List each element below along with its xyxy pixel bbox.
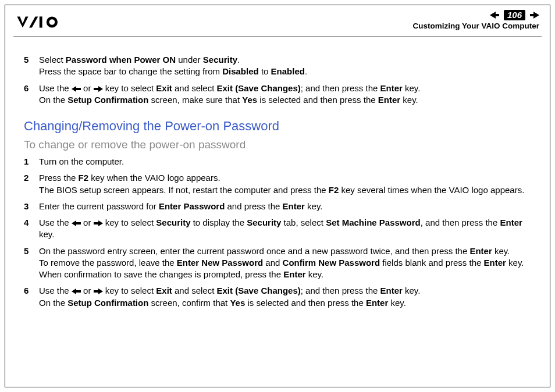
- step-number: 6: [24, 285, 39, 297]
- step-body: Use the or key to select Exit and select…: [39, 285, 531, 309]
- step-item: 1Turn on the computer.: [24, 156, 531, 168]
- page-frame: 106 Customizing Your VAIO Computer 5Sele…: [5, 5, 550, 387]
- step-item: 6Use the or key to select Exit and selec…: [24, 285, 531, 309]
- step-body: On the password entry screen, enter the …: [39, 245, 531, 281]
- step-number: 6: [24, 83, 39, 94]
- main-step-list: 1Turn on the computer.2Press the F2 key …: [24, 156, 531, 309]
- left-arrow-icon: [72, 286, 81, 295]
- svg-marker-3: [72, 86, 81, 92]
- page-nav: 106 Customizing Your VAIO Computer: [412, 10, 539, 30]
- svg-marker-2: [530, 12, 539, 19]
- right-arrow-icon: [94, 286, 103, 295]
- heading-changing-removing: Changing/Removing the Power-on Password: [24, 119, 531, 134]
- step-number: 5: [24, 54, 39, 66]
- svg-marker-8: [94, 288, 103, 294]
- step-body: Turn on the computer.: [39, 156, 531, 168]
- step-item: 2Press the F2 key when the VAIO logo app…: [24, 172, 531, 196]
- vaio-logo: [16, 15, 72, 31]
- left-arrow-icon: [72, 83, 81, 93]
- right-arrow-icon: [94, 218, 103, 227]
- step-item: 5On the password entry screen, enter the…: [24, 245, 531, 281]
- step-body: Press the F2 key when the VAIO logo appe…: [39, 172, 531, 196]
- step-item: 5Select Password when Power ON under Sec…: [24, 54, 531, 78]
- next-page-arrow-icon[interactable]: [530, 12, 539, 19]
- svg-marker-7: [72, 288, 81, 294]
- page-number: 106: [504, 10, 525, 20]
- svg-marker-5: [72, 220, 81, 226]
- step-number: 3: [24, 201, 39, 212]
- step-number: 2: [24, 172, 39, 184]
- subheading-procedure: To change or remove the power-on passwor…: [24, 138, 531, 151]
- prev-page-arrow-icon[interactable]: [490, 12, 499, 19]
- step-body: Select Password when Power ON under Secu…: [39, 54, 531, 78]
- step-number: 4: [24, 217, 39, 229]
- svg-marker-4: [94, 86, 103, 92]
- content-area: 5Select Password when Power ON under Sec…: [5, 37, 550, 309]
- step-body: Use the or key to select Exit and select…: [39, 83, 531, 106]
- section-title: Customizing Your VAIO Computer: [412, 22, 539, 30]
- step-body: Use the or key to select Security to dis…: [39, 217, 531, 241]
- top-step-list: 5Select Password when Power ON under Sec…: [24, 54, 531, 106]
- svg-marker-6: [94, 220, 103, 226]
- step-body: Enter the current password for Enter Pas…: [39, 201, 531, 212]
- step-item: 4Use the or key to select Security to di…: [24, 217, 531, 241]
- step-item: 3Enter the current password for Enter Pa…: [24, 201, 531, 212]
- step-item: 6Use the or key to select Exit and selec…: [24, 83, 531, 106]
- svg-rect-0: [40, 16, 42, 27]
- step-number: 1: [24, 156, 39, 168]
- left-arrow-icon: [72, 218, 81, 227]
- header-bar: 106 Customizing Your VAIO Computer: [13, 9, 542, 37]
- step-number: 5: [24, 245, 39, 257]
- svg-marker-1: [490, 12, 499, 19]
- right-arrow-icon: [94, 83, 103, 93]
